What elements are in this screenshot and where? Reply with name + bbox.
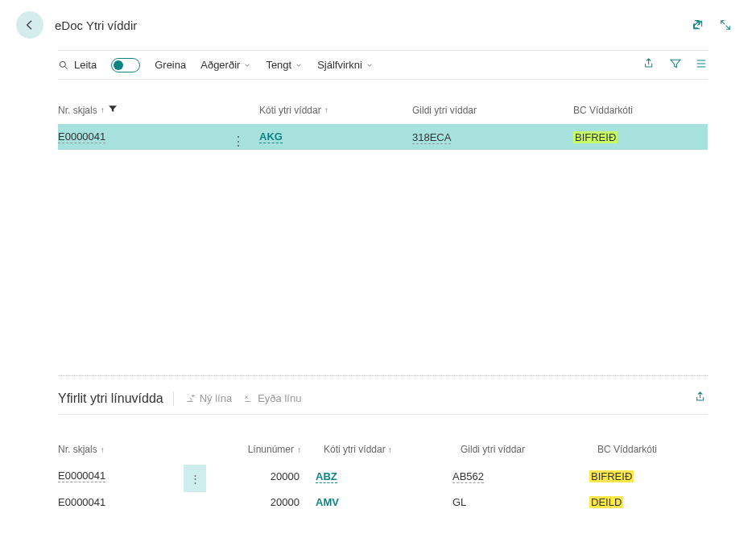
related-label: Tengt bbox=[266, 59, 291, 71]
share-button[interactable] bbox=[643, 57, 656, 72]
delete-line-label: Eyða línu bbox=[258, 392, 301, 404]
col-ext-value[interactable]: Gildi ytri víddar bbox=[412, 105, 573, 116]
expand-icon[interactable] bbox=[719, 19, 732, 31]
col-line-no[interactable]: Línunúmer ↑ bbox=[211, 444, 324, 455]
sort-asc-icon: ↑ bbox=[101, 106, 105, 114]
row-more-button[interactable]: ⋮ bbox=[184, 465, 206, 492]
main-grid-header: Nr. skjals ↑ Kóti ytri víddar ↑ Gildi yt… bbox=[58, 80, 708, 124]
col-bc-code-label: BC Víddarkóti bbox=[573, 105, 633, 116]
line-no-value: 20000 bbox=[211, 496, 316, 508]
chevron-down-icon bbox=[243, 61, 251, 69]
search-button[interactable]: Leita bbox=[58, 59, 97, 71]
delete-line-button[interactable]: Eyða línu bbox=[243, 392, 301, 404]
analyze-toggle[interactable] bbox=[111, 58, 140, 72]
table-row[interactable]: E0000041 ⋮ AKG 318ECA BIFREIÐ bbox=[58, 124, 708, 150]
page-title: eDoc Ytri víddir bbox=[55, 19, 680, 32]
bc-code-value: BIFREIÐ bbox=[573, 131, 618, 143]
search-icon bbox=[58, 60, 69, 71]
sort-asc-icon: ↑ bbox=[101, 445, 105, 454]
line-no-value: 20000 bbox=[211, 470, 316, 482]
line-overview-section: Yfirlit ytri línuvídda Ný lína Eyða línu… bbox=[0, 376, 756, 515]
sort-asc-icon: ↑ bbox=[324, 106, 328, 114]
doc-no-link[interactable]: E0000041 bbox=[58, 130, 105, 143]
list-icon bbox=[695, 57, 708, 70]
ext-code-link[interactable]: AMV bbox=[316, 496, 339, 508]
col-doc-no[interactable]: Nr. skjals ↑ bbox=[58, 104, 259, 116]
col-ext-value-label: Gildi ytri víddar bbox=[412, 105, 477, 116]
ext-code-link[interactable]: AKG bbox=[259, 130, 283, 143]
automation-menu[interactable]: Sjálfvirkni bbox=[317, 59, 374, 71]
chevron-down-icon bbox=[295, 61, 303, 69]
share-icon bbox=[695, 391, 708, 404]
sort-asc-icon: ↑ bbox=[388, 445, 392, 454]
filter-icon bbox=[669, 57, 682, 70]
bc-code-value: DEILD bbox=[589, 496, 623, 508]
line-grid-header: Nr. skjals ↑ Línunúmer ↑ Kóti ytri vídda… bbox=[58, 415, 708, 463]
col-line-no-label: Línunúmer bbox=[248, 444, 294, 455]
svg-point-0 bbox=[60, 61, 65, 67]
col-ext-code-label: Kóti ytri víddar bbox=[324, 444, 386, 455]
delete-line-icon bbox=[243, 393, 254, 404]
automation-label: Sjálfvirkni bbox=[317, 59, 362, 71]
chevron-down-icon bbox=[366, 61, 374, 69]
main-grid: Nr. skjals ↑ Kóti ytri víddar ↑ Gildi yt… bbox=[0, 80, 756, 375]
new-line-label: Ný lína bbox=[200, 392, 232, 404]
toolbar: Leita Greina Aðgerðir Tengt Sjálfvirkni bbox=[58, 50, 708, 80]
subsection-title: Yfirlit ytri línuvídda bbox=[58, 391, 174, 406]
col-ext-value[interactable]: Gildi ytri víddar bbox=[461, 444, 597, 455]
filter-button[interactable] bbox=[669, 57, 682, 72]
related-menu[interactable]: Tengt bbox=[266, 59, 303, 71]
sort-asc-icon: ↑ bbox=[297, 445, 301, 454]
header-actions bbox=[692, 19, 732, 31]
search-label: Leita bbox=[74, 59, 97, 71]
ext-value-link[interactable]: AB562 bbox=[452, 470, 484, 483]
subsection-header: Yfirlit ytri línuvídda Ný lína Eyða línu bbox=[58, 391, 708, 415]
filter-applied-icon bbox=[108, 104, 118, 116]
arrow-left-icon bbox=[23, 19, 36, 31]
popout-icon[interactable] bbox=[692, 19, 704, 31]
share-icon bbox=[643, 57, 656, 70]
analyze-label: Greina bbox=[155, 59, 186, 71]
col-ext-code[interactable]: Kóti ytri víddar ↑ bbox=[259, 105, 412, 116]
page-header: eDoc Ytri víddir bbox=[0, 0, 756, 50]
new-line-button[interactable]: Ný lína bbox=[185, 392, 232, 404]
table-row[interactable]: E0000041 20000 AMV GL DEILD bbox=[58, 489, 708, 515]
list-view-button[interactable] bbox=[695, 57, 708, 72]
back-button[interactable] bbox=[16, 11, 43, 39]
col-ext-value-label: Gildi ytri víddar bbox=[461, 444, 525, 455]
col-doc-no[interactable]: Nr. skjals ↑ bbox=[58, 444, 211, 455]
col-ext-code[interactable]: Kóti ytri víddar ↑ bbox=[324, 444, 461, 455]
col-bc-code[interactable]: BC Víddarkóti bbox=[573, 105, 708, 116]
subsection-share-button[interactable] bbox=[695, 391, 708, 406]
ext-value-text: GL bbox=[452, 496, 466, 508]
col-ext-code-label: Kóti ytri víddar bbox=[259, 105, 321, 116]
doc-no-value: E0000041 bbox=[58, 496, 105, 508]
ext-code-link[interactable]: ABZ bbox=[316, 470, 337, 483]
new-line-icon bbox=[185, 393, 196, 404]
actions-menu[interactable]: Aðgerðir bbox=[200, 59, 251, 71]
row-more-button[interactable]: ⋮ bbox=[232, 135, 245, 148]
col-doc-no-label: Nr. skjals bbox=[58, 105, 97, 116]
col-doc-no-label: Nr. skjals bbox=[58, 444, 97, 455]
table-row[interactable]: E0000041 ⋮ 20000 ABZ AB562 BIFREIÐ bbox=[58, 463, 708, 489]
actions-label: Aðgerðir bbox=[200, 59, 240, 71]
bc-code-value: BIFREIÐ bbox=[589, 470, 634, 482]
doc-no-link[interactable]: E0000041 bbox=[58, 470, 105, 482]
col-bc-code[interactable]: BC Víddarkóti bbox=[597, 444, 708, 455]
ext-value-link[interactable]: 318ECA bbox=[412, 131, 451, 144]
col-bc-code-label: BC Víddarkóti bbox=[597, 444, 657, 455]
